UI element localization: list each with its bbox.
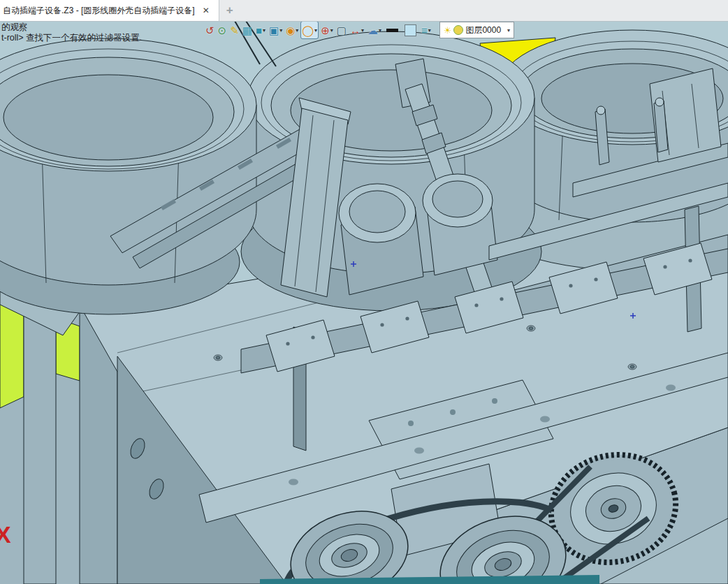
constraint-lock-icon[interactable]: ⊙ bbox=[217, 22, 228, 38]
chevron-down-icon[interactable]: ▾ bbox=[279, 27, 282, 34]
layer-combobox[interactable]: ☀ 图层0000 ▾ bbox=[439, 22, 514, 38]
chevron-down-icon[interactable]: ▾ bbox=[296, 27, 298, 34]
display-mode-shade-edges-icon: ◯ bbox=[302, 25, 314, 36]
chevron-down-icon[interactable]: ▾ bbox=[314, 27, 317, 34]
render-settings-icon: ☁ bbox=[367, 25, 378, 36]
prompt-line-2: t-roll> 查找下一个有效的过滤器设置. bbox=[1, 33, 142, 43]
measure-section-icon[interactable]: ↔▾ bbox=[349, 22, 365, 38]
print-plot-icon: ↺ bbox=[205, 25, 214, 36]
isometric-view-icon: ▦ bbox=[242, 25, 252, 36]
zoom-window-icon[interactable]: ▢ bbox=[336, 22, 347, 38]
layer-manager-icon[interactable]: ≡▾ bbox=[421, 22, 432, 38]
measure-section-icon: ↔ bbox=[350, 25, 361, 36]
face-color-swatch bbox=[405, 24, 416, 36]
constraint-lock-icon: ⊙ bbox=[218, 25, 227, 36]
rotate-view-icon: ⊕ bbox=[321, 25, 330, 36]
display-mode-wireframe-icon: ◉ bbox=[286, 25, 295, 36]
chevron-down-icon[interactable]: ▾ bbox=[379, 27, 381, 34]
prompt-overlay: 的观察 t-roll> 查找下一个有效的过滤器设置. bbox=[1, 22, 142, 43]
view-orientation-icon[interactable]: ■▾ bbox=[255, 22, 266, 38]
document-tab-title: 自动插端子设备.Z3 - [圆形线圈外壳自动插端子设备] bbox=[3, 5, 195, 17]
bulb-icon: ☀ bbox=[444, 25, 452, 36]
sketch-edit-icon: ✎ bbox=[230, 25, 239, 36]
display-mode-shaded-icon[interactable]: ▣▾ bbox=[268, 22, 283, 38]
line-width-swatch bbox=[386, 29, 398, 32]
line-width-swatch[interactable] bbox=[384, 22, 400, 38]
face-color-swatch[interactable] bbox=[402, 22, 418, 38]
layer-color-dot-icon bbox=[453, 25, 463, 35]
chevron-down-icon[interactable]: ▾ bbox=[263, 27, 265, 34]
document-tab[interactable]: 自动插端子设备.Z3 - [圆形线圈外壳自动插端子设备] ✕ bbox=[0, 0, 219, 21]
display-mode-shaded-icon: ▣ bbox=[269, 25, 279, 36]
render-settings-icon[interactable]: ☁▾ bbox=[367, 22, 382, 38]
cad-application-window: 自动插端子设备.Z3 - [圆形线圈外壳自动插端子设备] ✕ + 的观察 t-r… bbox=[0, 0, 728, 584]
prompt-line-1: 的观察 bbox=[1, 22, 142, 33]
rotate-view-icon[interactable]: ⊕▾ bbox=[320, 22, 334, 38]
chevron-down-icon[interactable]: ▾ bbox=[428, 27, 431, 34]
view-orientation-icon: ■ bbox=[256, 25, 262, 36]
axis-x-marker: X bbox=[0, 523, 11, 546]
chevron-down-icon[interactable]: ▾ bbox=[330, 27, 333, 34]
chevron-down-icon[interactable]: ▾ bbox=[507, 27, 510, 34]
display-mode-shade-edges-icon[interactable]: ◯▾ bbox=[301, 22, 318, 38]
highlight-lime-panel[interactable] bbox=[0, 300, 24, 408]
layer-manager-icon: ≡ bbox=[421, 25, 428, 36]
new-tab-button[interactable]: + bbox=[219, 0, 240, 21]
floating-toolbar: ↺⊙✎▦■▾▣▾◉▾◯▾⊕▾▢↔▾☁▾≡▾ ☀ 图层0000 ▾ bbox=[205, 22, 514, 38]
layer-name: 图层0000 bbox=[465, 24, 501, 36]
isometric-view-icon[interactable]: ▦ bbox=[242, 22, 253, 38]
sketch-edit-icon[interactable]: ✎ bbox=[229, 22, 240, 38]
toolbar-icons: ↺⊙✎▦■▾▣▾◉▾◯▾⊕▾▢↔▾☁▾≡▾ bbox=[205, 22, 432, 38]
tab-bar: 自动插端子设备.Z3 - [圆形线圈外壳自动插端子设备] ✕ + bbox=[0, 0, 728, 22]
display-mode-wireframe-icon[interactable]: ◉▾ bbox=[285, 22, 299, 38]
chevron-down-icon[interactable]: ▾ bbox=[361, 27, 364, 34]
print-plot-icon[interactable]: ↺ bbox=[205, 22, 215, 38]
zoom-window-icon: ▢ bbox=[337, 25, 347, 36]
close-icon[interactable]: ✕ bbox=[201, 5, 212, 16]
3d-viewport[interactable] bbox=[0, 0, 728, 584]
